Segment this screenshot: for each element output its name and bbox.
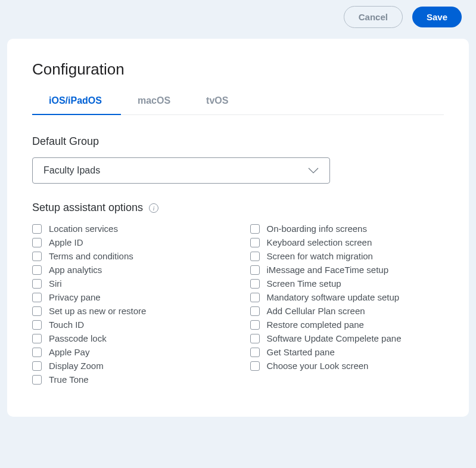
option-location-services[interactable]: Location services [32,224,226,234]
option-restore-completed-pane[interactable]: Restore completed pane [250,320,444,330]
option-label: Restore completed pane [267,320,364,330]
option-keyboard-selection-screen[interactable]: Keyboard selection screen [250,237,444,247]
option-apple-pay[interactable]: Apple Pay [32,347,226,357]
option-choose-your-look-screen[interactable]: Choose your Look screen [250,361,444,371]
option-on-boarding-info-screens[interactable]: On-boarding info screens [250,224,444,234]
top-action-bar: Cancel Save [0,6,476,39]
option-label: Apple Pay [49,347,89,357]
option-label: Screen Time setup [267,278,341,289]
chevron-down-icon [308,168,319,173]
option-label: Add Cellular Plan screen [267,306,365,316]
tab-ios-ipados[interactable]: iOS/iPadOS [45,95,105,114]
option-true-tone[interactable]: True Tone [32,374,226,385]
option-label: Get Started pane [267,347,335,357]
checkbox-icon[interactable] [32,279,42,289]
page-title: Configuration [32,60,444,79]
checkbox-icon[interactable] [250,224,260,234]
option-imessage-and-facetime-setup[interactable]: iMessage and FaceTime setup [250,265,444,275]
option-label: Terms and conditions [49,251,133,261]
default-group-label: Default Group [32,135,444,148]
tab-macos[interactable]: macOS [134,95,174,114]
checkbox-icon[interactable] [250,306,260,316]
option-label: Display Zoom [49,361,104,371]
option-label: iMessage and FaceTime setup [267,265,389,275]
save-button[interactable]: Save [412,7,462,27]
setup-options-col-left: Location servicesApple IDTerms and condi… [32,224,226,388]
option-app-analytics[interactable]: App analytics [32,265,226,275]
default-group-select-wrapper: Faculty Ipads [32,157,330,184]
checkbox-icon[interactable] [250,252,260,261]
option-terms-and-conditions[interactable]: Terms and conditions [32,251,226,261]
option-label: App analytics [49,265,102,275]
option-label: Apple ID [49,237,83,247]
option-display-zoom[interactable]: Display Zoom [32,361,226,371]
checkbox-icon[interactable] [250,334,260,343]
option-label: Passcode lock [49,333,107,343]
option-label: Set up as new or restore [49,306,146,316]
option-label: Privacy pane [49,292,101,302]
checkbox-icon[interactable] [32,306,42,316]
option-mandatory-software-update-setup[interactable]: Mandatory software update setup [250,292,444,302]
option-software-update-compelete-pane[interactable]: Software Update Compelete pane [250,333,444,343]
checkbox-icon[interactable] [250,238,260,247]
checkbox-icon[interactable] [32,361,42,371]
checkbox-icon[interactable] [32,334,42,343]
option-label: Mandatory software update setup [267,292,400,302]
option-label: Screen for watch migration [267,251,373,261]
option-label: True Tone [49,374,89,385]
default-group-select[interactable]: Faculty Ipads [32,157,330,184]
option-apple-id[interactable]: Apple ID [32,237,226,247]
option-screen-time-setup[interactable]: Screen Time setup [250,278,444,289]
option-label: On-boarding info screens [267,224,367,234]
cancel-button[interactable]: Cancel [344,6,403,28]
checkbox-icon[interactable] [250,279,260,289]
setup-assistant-header: Setup assistant options i [32,202,444,214]
tab-tvos[interactable]: tvOS [203,95,232,114]
checkbox-icon[interactable] [32,238,42,247]
option-label: Choose your Look screen [267,361,369,371]
option-privacy-pane[interactable]: Privacy pane [32,292,226,302]
setup-assistant-label: Setup assistant options [32,202,143,214]
checkbox-icon[interactable] [250,265,260,275]
option-screen-for-watch-migration[interactable]: Screen for watch migration [250,251,444,261]
option-label: Location services [49,224,118,234]
checkbox-icon[interactable] [250,361,260,371]
setup-options-grid: Location servicesApple IDTerms and condi… [32,224,444,388]
configuration-card: Configuration iOS/iPadOSmacOStvOS Defaul… [7,39,469,417]
checkbox-icon[interactable] [32,224,42,234]
checkbox-icon[interactable] [250,293,260,302]
setup-options-col-right: On-boarding info screensKeyboard selecti… [250,224,444,388]
checkbox-icon[interactable] [32,252,42,261]
option-siri[interactable]: Siri [32,278,226,289]
option-add-cellular-plan-screen[interactable]: Add Cellular Plan screen [250,306,444,316]
option-passcode-lock[interactable]: Passcode lock [32,333,226,343]
checkbox-icon[interactable] [32,348,42,357]
checkbox-icon[interactable] [250,348,260,357]
option-label: Touch ID [49,320,84,330]
option-set-up-as-new-or-restore[interactable]: Set up as new or restore [32,306,226,316]
option-get-started-pane[interactable]: Get Started pane [250,347,444,357]
checkbox-icon[interactable] [32,320,42,330]
checkbox-icon[interactable] [250,320,260,330]
option-label: Siri [49,278,62,289]
default-group-value: Faculty Ipads [43,165,100,176]
option-label: Keyboard selection screen [267,237,372,247]
info-icon[interactable]: i [149,203,158,213]
option-label: Software Update Compelete pane [267,333,402,343]
option-touch-id[interactable]: Touch ID [32,320,226,330]
checkbox-icon[interactable] [32,265,42,275]
checkbox-icon[interactable] [32,375,42,385]
checkbox-icon[interactable] [32,293,42,302]
platform-tabs: iOS/iPadOSmacOStvOS [32,95,444,115]
